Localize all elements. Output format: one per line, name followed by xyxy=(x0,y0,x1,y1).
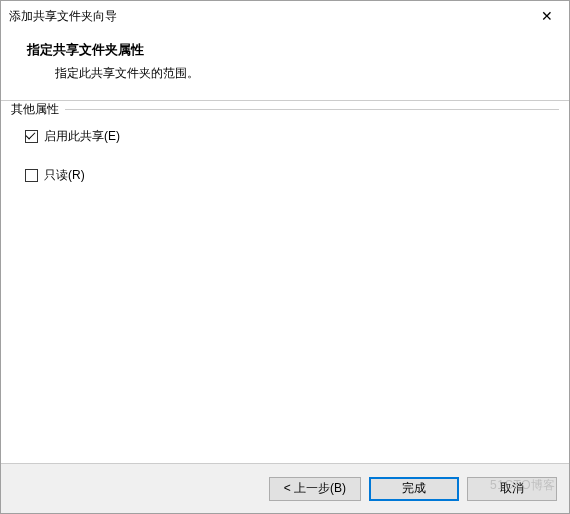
read-only-label: 只读(R) xyxy=(44,167,85,184)
back-button[interactable]: < 上一步(B) xyxy=(269,477,361,501)
read-only-checkbox-row[interactable]: 只读(R) xyxy=(25,167,559,184)
finish-button[interactable]: 完成 xyxy=(369,477,459,501)
wizard-header: 指定共享文件夹属性 指定此共享文件夹的范围。 xyxy=(1,31,569,100)
read-only-checkbox[interactable] xyxy=(25,169,38,182)
window-title: 添加共享文件夹向导 xyxy=(9,8,117,25)
wizard-header-title: 指定共享文件夹属性 xyxy=(27,41,557,59)
cancel-button[interactable]: 取消 xyxy=(467,477,557,501)
close-icon: ✕ xyxy=(541,8,553,24)
enable-share-checkbox-row[interactable]: 启用此共享(E) xyxy=(25,128,559,145)
wizard-window: 添加共享文件夹向导 ✕ 指定共享文件夹属性 指定此共享文件夹的范围。 其他属性 … xyxy=(0,0,570,514)
enable-share-checkbox[interactable] xyxy=(25,130,38,143)
wizard-body: 其他属性 启用此共享(E) 只读(R) xyxy=(1,101,569,463)
other-attributes-fieldset: 其他属性 启用此共享(E) 只读(R) xyxy=(11,109,559,184)
enable-share-label: 启用此共享(E) xyxy=(44,128,120,145)
fieldset-legend: 其他属性 xyxy=(11,101,65,118)
close-button[interactable]: ✕ xyxy=(524,1,569,31)
wizard-header-subtitle: 指定此共享文件夹的范围。 xyxy=(27,65,557,82)
titlebar: 添加共享文件夹向导 ✕ xyxy=(1,1,569,31)
wizard-footer: < 上一步(B) 完成 取消 xyxy=(1,463,569,513)
checkbox-group: 启用此共享(E) 只读(R) xyxy=(11,110,559,184)
